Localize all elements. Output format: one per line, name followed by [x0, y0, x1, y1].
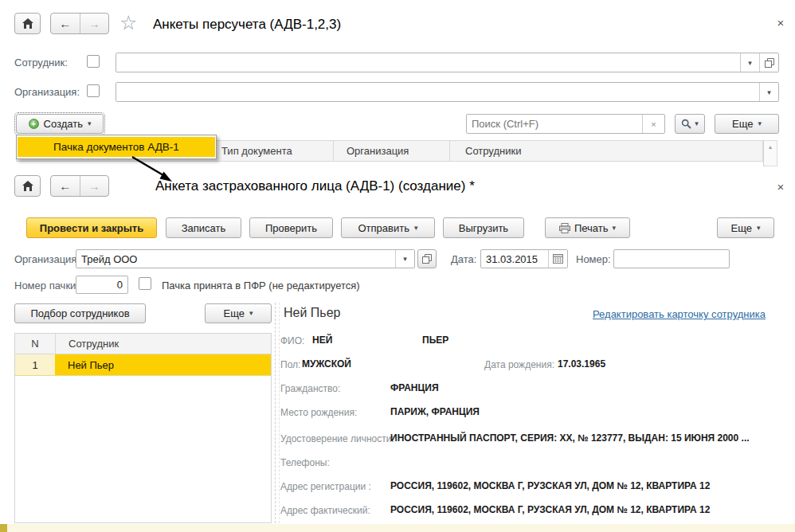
post-and-close-button[interactable]: Провести и закрыть: [26, 217, 157, 238]
left-panel-more-button[interactable]: Еще ▾: [205, 303, 272, 323]
employee-heading: Ней Пьер: [284, 306, 340, 320]
app-screen: ← → ☆ Анкеты персучета (АДВ-1,2,3) × Сот…: [0, 0, 795, 532]
check-button[interactable]: Проверить: [249, 217, 333, 238]
back-button[interactable]: ←: [51, 14, 80, 33]
search-options-button[interactable]: ▾: [675, 114, 705, 134]
send-button[interactable]: Отправить ▾: [341, 217, 435, 238]
birth-date-value: 17.03.1965: [558, 358, 605, 370]
save-button[interactable]: Записать: [166, 217, 241, 238]
list-scrollbar[interactable]: ▴: [763, 140, 777, 166]
reg-address-value: РОССИЯ, 119602, МОСКВА Г, РУЗСКАЯ УЛ, ДО…: [390, 480, 710, 491]
window2-back-button[interactable]: ←: [51, 176, 80, 196]
employees-table-header: N Сотрудник: [15, 334, 271, 354]
home-button[interactable]: [14, 13, 41, 34]
search-input[interactable]: [467, 115, 642, 133]
date-field[interactable]: 31.03.2015: [480, 249, 568, 268]
window2-more-button[interactable]: Еще ▾: [717, 217, 774, 238]
window2-title: Анкета застрахованного лица (АДВ-1) (соз…: [155, 178, 475, 194]
org-field-combo[interactable]: Трейд ООО ▾: [76, 249, 415, 268]
nav-history-group: ← →: [50, 13, 109, 34]
phones-label: Телефоны:: [280, 457, 330, 468]
window2-close-button[interactable]: ×: [773, 178, 789, 194]
calendar-icon: [553, 254, 563, 264]
chevron-down-icon: ▾: [767, 88, 771, 96]
employee-filter-text[interactable]: [116, 53, 740, 72]
column-n[interactable]: N: [15, 334, 55, 354]
more-button-label: Еще: [224, 307, 245, 319]
gender-value: МУЖСКОЙ: [302, 358, 351, 370]
identity-doc-label: Удостоверение личности:: [280, 433, 394, 444]
back-icon: ←: [59, 179, 71, 193]
forward-button[interactable]: →: [80, 14, 109, 33]
org-field-open-button[interactable]: [417, 249, 437, 268]
export-button[interactable]: Выгрузить: [443, 217, 524, 238]
print-button[interactable]: Печать ▾: [545, 217, 630, 238]
scroll-up-icon: ▴: [769, 143, 772, 166]
send-button-label: Отправить: [358, 222, 409, 234]
pfr-accepted-checkbox[interactable]: [139, 277, 151, 290]
printer-icon: [559, 223, 570, 233]
window1-close-button[interactable]: ×: [773, 14, 789, 30]
open-list-icon: [765, 58, 774, 68]
org-filter-text[interactable]: [116, 83, 759, 101]
column-organization[interactable]: Организация: [333, 141, 449, 161]
fio-last-name: НЕЙ: [312, 334, 332, 346]
org-filter-checkbox[interactable]: [87, 84, 100, 97]
chevron-down-icon: ▾: [748, 59, 752, 67]
plus-icon: +: [29, 119, 39, 129]
chevron-down-icon: ▾: [403, 255, 407, 263]
forward-icon: →: [88, 17, 100, 30]
chevron-down-icon: ▾: [88, 120, 92, 127]
number-field-label: Номер:: [576, 253, 611, 265]
create-button-label: Создать: [44, 118, 83, 130]
window2-home-button[interactable]: [14, 175, 41, 197]
menu-item-packet-adv1[interactable]: Пачка документов АДВ-1: [18, 137, 215, 157]
org-field-label: Организация:: [14, 253, 80, 265]
window2-nav-history-group: ← →: [50, 175, 109, 197]
row-number-cell[interactable]: 1: [15, 354, 55, 375]
citizenship-value: ФРАНЦИЯ: [390, 382, 439, 393]
birthplace-value: ПАРИЖ, ФРАНЦИЯ: [390, 406, 480, 417]
create-button[interactable]: + Создать ▾: [16, 114, 104, 134]
window1-title: Анкеты персучета (АДВ-1,2,3): [153, 17, 341, 33]
employee-filter-checkbox[interactable]: [87, 55, 100, 68]
employee-filter-input[interactable]: ▾: [116, 53, 779, 72]
table-row[interactable]: 1 Ней Пьер: [15, 354, 271, 376]
org-field-dropdown-button[interactable]: ▾: [395, 250, 414, 268]
employee-filter-open-button[interactable]: [759, 53, 778, 72]
panel-splitter[interactable]: [275, 303, 276, 523]
number-field-input[interactable]: [613, 249, 730, 268]
row-employee-cell[interactable]: Ней Пьер: [55, 354, 271, 375]
column-employees[interactable]: Сотрудники: [449, 141, 762, 161]
fact-address-label: Адрес фактический:: [280, 505, 370, 516]
employee-filter-dropdown-button[interactable]: ▾: [740, 53, 759, 72]
org-filter-input[interactable]: ▾: [116, 82, 779, 102]
home-icon: [22, 181, 33, 191]
window1-more-button[interactable]: Еще ▾: [715, 114, 779, 134]
favorite-star-icon[interactable]: ☆: [119, 13, 137, 33]
edit-employee-card-link[interactable]: Редактировать карточку сотрудника: [593, 308, 766, 320]
pick-employees-button[interactable]: Подбор сотрудников: [14, 303, 146, 323]
reg-address-label: Адрес регистрации :: [280, 481, 371, 492]
forward-icon: →: [88, 179, 100, 193]
employees-table: N Сотрудник 1 Ней Пьер: [14, 333, 272, 523]
search-icon: [681, 119, 691, 129]
chevron-down-icon: ▾: [249, 310, 253, 317]
window2-forward-button[interactable]: →: [80, 176, 109, 196]
chevron-down-icon: ▾: [757, 225, 761, 232]
gender-label: Пол:: [280, 359, 300, 370]
batch-number-input[interactable]: [76, 276, 128, 294]
org-filter-label: Организация:: [14, 86, 80, 98]
fact-address-value: РОССИЯ, 119602, МОСКВА Г, РУЗСКАЯ УЛ, ДО…: [390, 504, 710, 515]
search-box[interactable]: ×: [466, 114, 665, 134]
fio-label: ФИО:: [280, 335, 304, 346]
fio-first-name: ПЬЕР: [422, 334, 448, 346]
chevron-down-icon: ▾: [695, 120, 699, 127]
panel-splitter-line: [279, 303, 280, 523]
calendar-button[interactable]: [548, 250, 567, 268]
org-filter-dropdown-button[interactable]: ▾: [759, 83, 778, 101]
clear-icon: ×: [651, 119, 656, 129]
column-employee[interactable]: Сотрудник: [55, 334, 271, 354]
search-clear-button[interactable]: ×: [642, 115, 664, 133]
birth-date-label: Дата рождения:: [484, 359, 554, 370]
